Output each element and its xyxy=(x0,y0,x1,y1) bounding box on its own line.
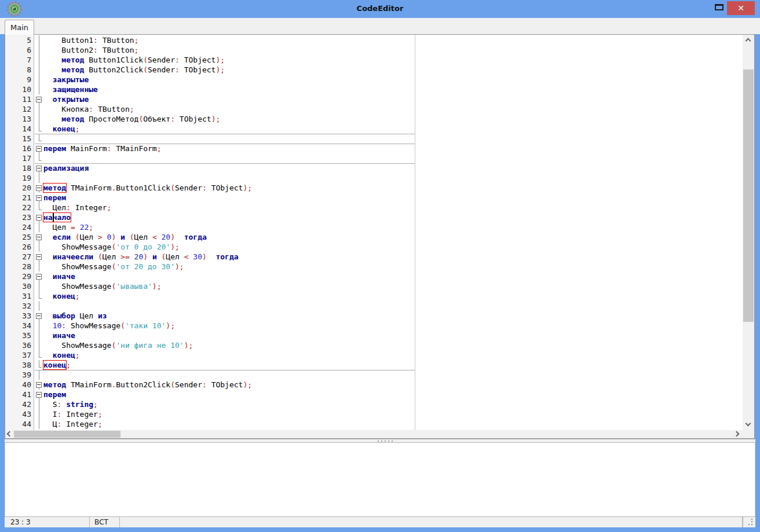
token-sp xyxy=(71,233,75,241)
token-id: ShowMessage xyxy=(61,262,111,271)
fold-toggle[interactable] xyxy=(34,380,43,390)
maximize-button[interactable] xyxy=(711,0,726,16)
code-text[interactable]: ShowMessage('ываыва'); xyxy=(43,281,743,291)
token-pun: ; xyxy=(134,46,139,54)
token-sp xyxy=(180,56,184,64)
fold-margin xyxy=(34,419,43,429)
code-editor[interactable]: 5 Button1: TButton;6 Button2: TButton;7 … xyxy=(5,35,743,430)
vertical-scrollbar[interactable] xyxy=(743,35,754,430)
token-sp xyxy=(207,184,211,192)
code-text[interactable]: Цел: Integer; xyxy=(43,203,743,212)
code-text[interactable]: метод ПростоМетод(Объект: TObject); xyxy=(43,114,743,124)
section-separator xyxy=(35,370,415,370)
resize-grip[interactable] xyxy=(743,517,755,527)
token-id: TMainForm xyxy=(116,144,156,153)
token-sp xyxy=(43,95,53,104)
fold-toggle[interactable] xyxy=(34,232,43,242)
code-text[interactable]: ShowMessage('от 0 до 20'); xyxy=(43,242,743,252)
code-text[interactable]: если (Цел > 0) и (Цел < 20) тогда xyxy=(43,232,743,242)
code-line: 26 ShowMessage('от 0 до 20'); xyxy=(5,242,743,252)
code-text[interactable]: метод TMainForm.Button1Click(Sender: TOb… xyxy=(43,183,743,193)
code-text[interactable]: конец; xyxy=(43,350,743,360)
code-text[interactable]: начало xyxy=(43,212,743,222)
code-text[interactable]: иначеесли (Цел >= 20) и (Цел < 30) тогда xyxy=(43,252,743,262)
fold-toggle[interactable] xyxy=(34,212,43,222)
code-text[interactable]: конец; xyxy=(43,124,743,134)
code-text[interactable]: перем xyxy=(43,193,743,203)
code-text[interactable]: 10: ShowMessage('таки 10'); xyxy=(43,321,743,331)
code-text[interactable]: Button1: TButton; xyxy=(43,35,743,45)
fold-toggle[interactable] xyxy=(34,390,43,399)
token-kw: выбор xyxy=(53,311,75,320)
code-text[interactable] xyxy=(43,153,743,163)
fold-margin xyxy=(34,370,43,380)
code-text[interactable]: метод Button2Click(Sender: TObject); xyxy=(43,65,743,75)
code-text[interactable] xyxy=(43,134,743,144)
code-text[interactable]: Ц: Integer; xyxy=(43,419,743,429)
token-sp xyxy=(43,321,53,330)
splitter[interactable] xyxy=(5,439,755,443)
token-id: Button1 xyxy=(61,36,93,45)
tab-main[interactable]: Main xyxy=(5,20,34,35)
token-sp xyxy=(175,233,184,241)
code-text[interactable]: закрытые xyxy=(43,75,743,85)
code-text[interactable] xyxy=(43,370,743,380)
title-bar[interactable]: CodeEditor ✕ xyxy=(0,0,760,18)
token-kw: тогда xyxy=(184,233,207,241)
token-kw: конец xyxy=(53,124,75,133)
code-text[interactable] xyxy=(43,173,743,183)
code-text[interactable]: Цел = 22; xyxy=(43,222,743,232)
code-text[interactable]: ShowMessage('от 20 до 30'); xyxy=(43,262,743,271)
code-text[interactable]: конец; xyxy=(43,291,743,301)
code-text[interactable]: S: string; xyxy=(43,399,743,409)
fold-toggle[interactable] xyxy=(34,144,43,153)
code-text[interactable]: иначе xyxy=(43,331,743,340)
code-text[interactable]: метод Button1Click(Sender: TObject); xyxy=(43,55,743,65)
token-pun: ; xyxy=(157,144,162,153)
vertical-scrollbar-thumb[interactable] xyxy=(743,69,754,322)
code-text[interactable]: I: Integer; xyxy=(43,409,743,419)
token-pun: ); xyxy=(184,341,193,350)
code-text[interactable]: перем MainForm: TMainForm; xyxy=(43,144,743,153)
fold-toggle[interactable] xyxy=(34,193,43,203)
code-text[interactable] xyxy=(43,301,743,311)
code-text[interactable]: ShowMessage('ни фига не 10'); xyxy=(43,340,743,350)
code-line: 17 xyxy=(5,153,743,163)
fold-toggle[interactable] xyxy=(34,94,43,104)
code-line: 28 ShowMessage('от 20 до 30'); xyxy=(5,262,743,271)
line-number: 37 xyxy=(5,350,34,360)
token-sp xyxy=(43,85,53,94)
code-text[interactable]: метод TMainForm.Button2Click(Sender: TOb… xyxy=(43,380,743,390)
token-sp xyxy=(71,203,75,212)
horizontal-scrollbar-thumb[interactable] xyxy=(14,431,120,438)
token-sp xyxy=(75,223,80,232)
fold-toggle[interactable] xyxy=(34,252,43,262)
token-kw: иначе xyxy=(53,272,75,281)
code-text[interactable]: конец; xyxy=(43,360,743,370)
fold-toggle[interactable] xyxy=(34,163,43,173)
fold-toggle[interactable] xyxy=(34,183,43,193)
horizontal-scrollbar[interactable] xyxy=(5,430,743,438)
code-text[interactable]: защищенные xyxy=(43,85,743,94)
fold-margin xyxy=(34,409,43,419)
fold-toggle[interactable] xyxy=(34,311,43,321)
token-pun: ( xyxy=(170,184,175,192)
close-icon: ✕ xyxy=(737,3,744,13)
close-button[interactable]: ✕ xyxy=(727,1,755,15)
token-sp xyxy=(43,272,53,281)
code-text[interactable]: иначе xyxy=(43,271,743,281)
code-text[interactable]: перем xyxy=(43,390,743,399)
token-id: Кнопка xyxy=(61,105,89,113)
section-separator xyxy=(35,134,415,134)
code-text[interactable]: Button2: TButton; xyxy=(43,45,743,55)
fold-margin xyxy=(34,301,43,311)
fold-toggle[interactable] xyxy=(34,271,43,281)
code-text[interactable]: выбор Цел из xyxy=(43,311,743,321)
line-number: 31 xyxy=(5,291,34,301)
code-text[interactable]: Кнопка: TButton; xyxy=(43,104,743,114)
section-separator xyxy=(35,144,415,144)
line-number: 44 xyxy=(5,419,34,429)
code-line: 40метод TMainForm.Button2Click(Sender: T… xyxy=(5,380,743,390)
code-text[interactable]: открытые xyxy=(43,94,743,104)
code-text[interactable]: реализация xyxy=(43,163,743,173)
